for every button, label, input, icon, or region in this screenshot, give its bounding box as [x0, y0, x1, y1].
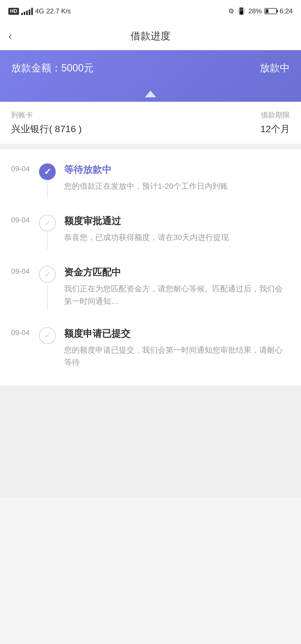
- timeline-circle-inactive-1: ✓: [39, 215, 56, 231]
- timeline-desc-3: 您的额度申请已提交，我们会第一时间通知您审批结果，请耐心等待: [64, 344, 290, 369]
- timeline-line-0: [47, 181, 48, 198]
- back-button[interactable]: ‹: [8, 30, 12, 42]
- bluetooth-icon: ⚙: [228, 7, 234, 15]
- timeline-title-3: 额度申请已提交: [64, 327, 290, 340]
- checkmark-inactive-icon-3: ✓: [44, 331, 51, 340]
- hd-badge: HD: [8, 8, 19, 15]
- battery-percent: 28%: [248, 7, 262, 15]
- loan-term-value: 12个月: [260, 123, 290, 135]
- timeline-date-1: 09-04: [11, 215, 39, 249]
- status-bar: HD 4G 22.7 K/s ⚙ 📳 28% 6:24: [0, 0, 301, 22]
- timeline-date-0: 09-04: [11, 163, 39, 198]
- time-display: 6:24: [280, 7, 293, 15]
- timeline-date-3: 09-04: [11, 327, 39, 372]
- status-left: HD 4G 22.7 K/s: [8, 7, 71, 15]
- timeline-content-0: 等待放款中 您的借款正在发放中，预计1-20个工作日内到账: [64, 163, 290, 198]
- timeline-line-1: [47, 233, 48, 249]
- chevron-up-icon: [145, 91, 156, 97]
- timeline-indicator-1: ✓: [39, 215, 56, 249]
- timeline-content-2: 资金方匹配中 我们正在为您匹配资金方，请您耐心等候。匹配通过后，我们会第一时间通…: [64, 266, 290, 311]
- info-col-right: 借款期限 12个月: [260, 110, 290, 135]
- banner-status: 放款中: [260, 61, 290, 75]
- timeline-date-2: 09-04: [11, 266, 39, 311]
- timeline-content-1: 额度审批通过 恭喜您，已成功获得额度，请在30天内进行提现: [64, 215, 290, 249]
- status-right: ⚙ 📳 28% 6:24: [228, 7, 293, 15]
- checkmark-active-icon-0: ✓: [44, 166, 51, 177]
- info-section: 到账卡 兴业银行( 8716 ) 借款期限 12个月: [0, 102, 301, 144]
- timeline-circle-inactive-3: ✓: [39, 327, 56, 344]
- banner-row: 放款金额：5000元 放款中: [11, 61, 290, 75]
- page-title: 借款进度: [130, 29, 171, 43]
- timeline-circle-active-0: ✓: [39, 163, 56, 180]
- checkmark-inactive-icon-2: ✓: [44, 270, 51, 279]
- timeline-desc-0: 您的借款正在发放中，预计1-20个工作日内到账: [64, 180, 290, 193]
- network-speed: 22.7 K/s: [46, 7, 71, 15]
- timeline-item-0: 09-04 ✓ 等待放款中 您的借款正在发放中，预计1-20个工作日内到账: [0, 155, 301, 206]
- timeline-content-3: 额度申请已提交 您的额度申请已提交，我们会第一时间通知您审批结果，请耐心等待: [64, 327, 290, 372]
- top-banner: 放款金额：5000元 放款中: [0, 50, 301, 102]
- timeline-line-2: [47, 284, 48, 311]
- loan-term-label: 借款期限: [260, 110, 290, 120]
- timeline-desc-2: 我们正在为您匹配资金方，请您耐心等候。匹配通过后，我们会第一时间通知…: [64, 283, 290, 308]
- bottom-area: [0, 386, 301, 497]
- timeline-item-2: 09-04 ✓ 资金方匹配中 我们正在为您匹配资金方，请您耐心等候。匹配通过后，…: [0, 258, 301, 319]
- battery-indicator: [264, 8, 277, 14]
- checkmark-inactive-icon-1: ✓: [44, 219, 51, 228]
- vibrate-icon: 📳: [237, 7, 246, 15]
- account-card-label: 到账卡: [11, 110, 82, 120]
- network-type: 4G: [35, 7, 44, 15]
- timeline-indicator-3: ✓: [39, 327, 56, 372]
- page-header: ‹ 借款进度: [0, 22, 301, 50]
- timeline-item-1: 09-04 ✓ 额度审批通过 恭喜您，已成功获得额度，请在30天内进行提现: [0, 206, 301, 258]
- signal-bars: [21, 7, 33, 15]
- banner-amount: 放款金额：5000元: [11, 61, 94, 75]
- timeline-title-0: 等待放款中: [64, 163, 290, 176]
- timeline-section: 09-04 ✓ 等待放款中 您的借款正在发放中，预计1-20个工作日内到账 09…: [0, 149, 301, 386]
- timeline-desc-1: 恭喜您，已成功获得额度，请在30天内进行提现: [64, 231, 290, 244]
- timeline-circle-inactive-2: ✓: [39, 266, 56, 283]
- info-col-left: 到账卡 兴业银行( 8716 ): [11, 110, 82, 135]
- account-card-value: 兴业银行( 8716 ): [11, 123, 82, 135]
- timeline-item-3: 09-04 ✓ 额度申请已提交 您的额度申请已提交，我们会第一时间通知您审批结果…: [0, 319, 301, 380]
- banner-chevron[interactable]: [11, 86, 290, 102]
- section-divider: [0, 144, 301, 149]
- timeline-indicator-2: ✓: [39, 266, 56, 311]
- timeline-title-2: 资金方匹配中: [64, 266, 290, 279]
- timeline-indicator-0: ✓: [39, 163, 56, 198]
- timeline-title-1: 额度审批通过: [64, 215, 290, 227]
